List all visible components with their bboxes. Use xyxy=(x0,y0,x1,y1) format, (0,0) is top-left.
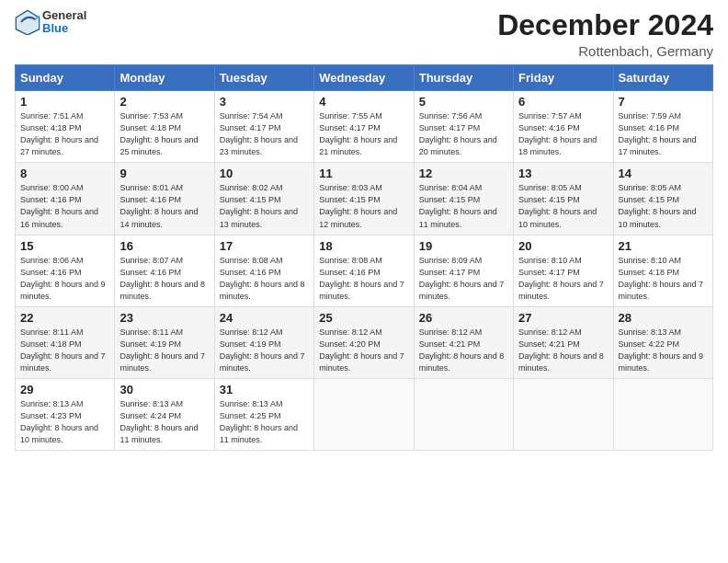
day-number: 22 xyxy=(20,311,109,325)
day-info: Sunrise: 8:05 AMSunset: 4:15 PMDaylight:… xyxy=(619,182,708,230)
day-info: Sunrise: 7:55 AMSunset: 4:17 PMDaylight:… xyxy=(319,110,408,158)
day-number: 30 xyxy=(119,383,209,396)
table-row: 20 Sunrise: 8:10 AMSunset: 4:17 PMDaylig… xyxy=(514,235,613,306)
day-info: Sunrise: 8:08 AMSunset: 4:16 PMDaylight:… xyxy=(319,255,408,303)
table-row: 23 Sunrise: 8:11 AMSunset: 4:19 PMDaylig… xyxy=(115,306,214,378)
day-info: Sunrise: 7:57 AMSunset: 4:16 PMDaylight:… xyxy=(518,110,608,158)
col-thursday: Thursday xyxy=(414,65,513,91)
table-row: 9 Sunrise: 8:01 AMSunset: 4:16 PMDayligh… xyxy=(115,163,214,235)
logo-text: General Blue xyxy=(42,9,86,36)
day-number: 14 xyxy=(619,167,708,180)
day-info: Sunrise: 8:13 AMSunset: 4:24 PMDaylight:… xyxy=(119,398,209,446)
table-row: 26 Sunrise: 8:12 AMSunset: 4:21 PMDaylig… xyxy=(414,306,513,378)
day-info: Sunrise: 8:00 AMSunset: 4:16 PMDaylight:… xyxy=(20,182,109,230)
col-wednesday: Wednesday xyxy=(314,65,414,91)
calendar-header-row: Sunday Monday Tuesday Wednesday Thursday… xyxy=(16,65,713,91)
table-row: 10 Sunrise: 8:02 AMSunset: 4:15 PMDaylig… xyxy=(214,163,313,235)
table-row xyxy=(514,378,613,450)
day-number: 5 xyxy=(419,95,508,109)
table-row: 1 Sunrise: 7:51 AMSunset: 4:18 PMDayligh… xyxy=(16,91,115,163)
table-row: 5 Sunrise: 7:56 AMSunset: 4:17 PMDayligh… xyxy=(414,91,513,163)
col-friday: Friday xyxy=(514,65,613,91)
table-row: 8 Sunrise: 8:00 AMSunset: 4:16 PMDayligh… xyxy=(16,163,115,235)
col-sunday: Sunday xyxy=(16,65,115,91)
header: General Blue December 2024 Rottenbach, G… xyxy=(15,9,713,59)
day-number: 16 xyxy=(119,239,209,253)
day-info: Sunrise: 8:07 AMSunset: 4:16 PMDaylight:… xyxy=(119,255,209,303)
day-info: Sunrise: 8:08 AMSunset: 4:16 PMDaylight:… xyxy=(220,255,309,303)
day-number: 17 xyxy=(220,239,309,253)
day-number: 25 xyxy=(319,311,408,325)
page-title: December 2024 xyxy=(497,9,713,41)
day-number: 12 xyxy=(419,167,508,180)
table-row: 15 Sunrise: 8:06 AMSunset: 4:16 PMDaylig… xyxy=(16,235,115,306)
day-info: Sunrise: 8:13 AMSunset: 4:22 PMDaylight:… xyxy=(619,327,708,374)
table-row: 17 Sunrise: 8:08 AMSunset: 4:16 PMDaylig… xyxy=(214,235,313,306)
table-row: 27 Sunrise: 8:12 AMSunset: 4:21 PMDaylig… xyxy=(514,306,613,378)
day-info: Sunrise: 8:11 AMSunset: 4:18 PMDaylight:… xyxy=(20,327,109,374)
table-row: 14 Sunrise: 8:05 AMSunset: 4:15 PMDaylig… xyxy=(613,163,712,235)
day-number: 6 xyxy=(518,95,608,109)
day-info: Sunrise: 8:12 AMSunset: 4:21 PMDaylight:… xyxy=(518,327,608,374)
day-number: 4 xyxy=(319,95,408,109)
day-number: 19 xyxy=(419,239,508,253)
day-number: 21 xyxy=(619,239,708,253)
day-number: 13 xyxy=(518,167,608,180)
table-row: 6 Sunrise: 7:57 AMSunset: 4:16 PMDayligh… xyxy=(514,91,613,163)
logo: General Blue xyxy=(15,9,86,36)
logo-icon xyxy=(15,9,40,35)
day-number: 23 xyxy=(119,311,209,325)
day-info: Sunrise: 7:56 AMSunset: 4:17 PMDaylight:… xyxy=(419,110,508,158)
day-info: Sunrise: 8:10 AMSunset: 4:17 PMDaylight:… xyxy=(518,255,608,303)
day-number: 9 xyxy=(119,167,209,180)
table-row: 7 Sunrise: 7:59 AMSunset: 4:16 PMDayligh… xyxy=(613,91,712,163)
day-number: 11 xyxy=(319,167,408,180)
day-info: Sunrise: 8:06 AMSunset: 4:16 PMDaylight:… xyxy=(20,255,109,303)
table-row: 11 Sunrise: 8:03 AMSunset: 4:15 PMDaylig… xyxy=(314,163,414,235)
table-row: 18 Sunrise: 8:08 AMSunset: 4:16 PMDaylig… xyxy=(314,235,414,306)
day-number: 3 xyxy=(220,95,309,109)
table-row: 12 Sunrise: 8:04 AMSunset: 4:15 PMDaylig… xyxy=(414,163,513,235)
calendar-table: Sunday Monday Tuesday Wednesday Thursday… xyxy=(15,64,713,451)
day-info: Sunrise: 7:53 AMSunset: 4:18 PMDaylight:… xyxy=(119,110,209,158)
day-number: 28 xyxy=(619,311,708,325)
day-info: Sunrise: 8:03 AMSunset: 4:15 PMDaylight:… xyxy=(319,182,408,230)
table-row: 19 Sunrise: 8:09 AMSunset: 4:17 PMDaylig… xyxy=(414,235,513,306)
day-info: Sunrise: 8:02 AMSunset: 4:15 PMDaylight:… xyxy=(220,182,309,230)
table-row: 25 Sunrise: 8:12 AMSunset: 4:20 PMDaylig… xyxy=(314,306,414,378)
day-number: 15 xyxy=(20,239,109,253)
day-info: Sunrise: 8:09 AMSunset: 4:17 PMDaylight:… xyxy=(419,255,508,303)
day-info: Sunrise: 8:13 AMSunset: 4:25 PMDaylight:… xyxy=(220,398,309,446)
day-info: Sunrise: 8:12 AMSunset: 4:19 PMDaylight:… xyxy=(220,327,309,374)
table-row xyxy=(613,378,712,450)
day-info: Sunrise: 7:51 AMSunset: 4:18 PMDaylight:… xyxy=(20,110,109,158)
day-number: 1 xyxy=(20,95,109,109)
day-number: 20 xyxy=(518,239,608,253)
col-monday: Monday xyxy=(115,65,214,91)
day-info: Sunrise: 8:13 AMSunset: 4:23 PMDaylight:… xyxy=(20,398,109,446)
day-number: 10 xyxy=(220,167,309,180)
day-info: Sunrise: 8:05 AMSunset: 4:15 PMDaylight:… xyxy=(518,182,608,230)
day-info: Sunrise: 7:59 AMSunset: 4:16 PMDaylight:… xyxy=(619,110,708,158)
table-row: 16 Sunrise: 8:07 AMSunset: 4:16 PMDaylig… xyxy=(115,235,214,306)
day-number: 29 xyxy=(20,383,109,396)
day-info: Sunrise: 8:12 AMSunset: 4:20 PMDaylight:… xyxy=(319,327,408,374)
day-number: 8 xyxy=(20,167,109,180)
table-row: 31 Sunrise: 8:13 AMSunset: 4:25 PMDaylig… xyxy=(214,378,313,450)
day-info: Sunrise: 7:54 AMSunset: 4:17 PMDaylight:… xyxy=(220,110,309,158)
day-number: 27 xyxy=(518,311,608,325)
day-number: 26 xyxy=(419,311,508,325)
day-info: Sunrise: 8:10 AMSunset: 4:18 PMDaylight:… xyxy=(619,255,708,303)
day-number: 31 xyxy=(220,383,309,396)
title-block: December 2024 Rottenbach, Germany xyxy=(497,9,713,59)
col-saturday: Saturday xyxy=(613,65,712,91)
table-row: 13 Sunrise: 8:05 AMSunset: 4:15 PMDaylig… xyxy=(514,163,613,235)
day-info: Sunrise: 8:12 AMSunset: 4:21 PMDaylight:… xyxy=(419,327,508,374)
day-number: 18 xyxy=(319,239,408,253)
page: General Blue December 2024 Rottenbach, G… xyxy=(0,0,728,563)
logo-general: General xyxy=(42,9,86,22)
table-row: 21 Sunrise: 8:10 AMSunset: 4:18 PMDaylig… xyxy=(613,235,712,306)
col-tuesday: Tuesday xyxy=(214,65,313,91)
day-info: Sunrise: 8:04 AMSunset: 4:15 PMDaylight:… xyxy=(419,182,508,230)
table-row: 22 Sunrise: 8:11 AMSunset: 4:18 PMDaylig… xyxy=(16,306,115,378)
